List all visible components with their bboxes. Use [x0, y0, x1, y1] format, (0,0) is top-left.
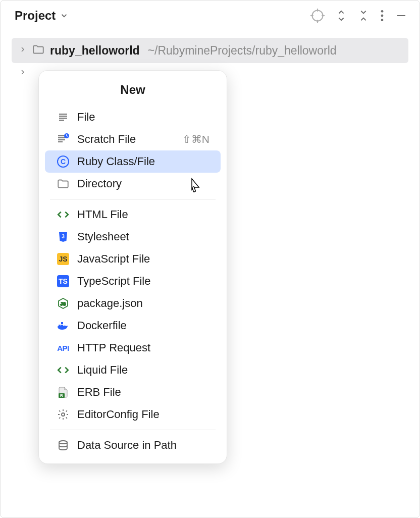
- menu-item-label: Liquid File: [77, 364, 209, 377]
- menu-item-label: Scratch File: [77, 133, 175, 146]
- menu-item-dockerfile[interactable]: Dockerfile: [45, 315, 221, 337]
- chevron-right-icon: [19, 68, 27, 78]
- menu-item-html[interactable]: HTML File: [45, 203, 221, 226]
- menu-separator: [50, 199, 216, 199]
- header-actions: [310, 9, 407, 23]
- nodejs-icon: JS: [56, 296, 70, 310]
- css-icon: 3: [56, 230, 70, 244]
- svg-text:3: 3: [62, 234, 65, 239]
- menu-item-typescript[interactable]: TS TypeScript File: [45, 270, 221, 292]
- svg-point-6: [381, 15, 384, 17]
- menu-item-label: EditorConfig File: [77, 408, 209, 421]
- svg-rect-25: [61, 322, 63, 324]
- menu-separator: [50, 430, 216, 430]
- menu-item-stylesheet[interactable]: 3 Stylesheet: [45, 226, 221, 248]
- menu-item-label: package.json: [77, 297, 209, 310]
- docker-icon: [56, 319, 70, 333]
- menu-item-directory[interactable]: Directory: [45, 173, 221, 195]
- svg-point-28: [62, 413, 65, 416]
- menu-item-file[interactable]: File: [45, 106, 221, 128]
- menu-item-label: TypeScript File: [77, 275, 209, 288]
- menu-item-shortcut: ⇧⌘N: [182, 133, 209, 145]
- typescript-icon: TS: [56, 274, 70, 288]
- menu-item-editorconfig[interactable]: EditorConfig File: [45, 403, 221, 426]
- svg-point-0: [312, 11, 323, 21]
- menu-item-label: Data Source in Path: [77, 439, 209, 452]
- menu-item-label: Dockerfile: [77, 319, 209, 332]
- liquid-icon: [56, 363, 70, 377]
- javascript-icon: JS: [56, 252, 70, 266]
- menu-item-scratch-file[interactable]: Scratch File ⇧⌘N: [45, 128, 221, 150]
- menu-item-label: Stylesheet: [77, 230, 209, 243]
- svg-text:R: R: [60, 393, 63, 398]
- collapse-all-icon[interactable]: [358, 9, 369, 22]
- menu-item-ruby-class[interactable]: C Ruby Class/File: [45, 150, 221, 173]
- menu-item-label: File: [77, 111, 209, 124]
- project-tool-title[interactable]: Project: [15, 9, 56, 23]
- target-icon[interactable]: [310, 9, 325, 23]
- header-left: Project: [15, 9, 69, 23]
- erb-icon: R: [56, 385, 70, 399]
- project-path: ~/RubymineProjects/ruby_helloworld: [148, 44, 337, 58]
- project-name: ruby_helloworld: [50, 44, 140, 58]
- menu-item-javascript[interactable]: JS JavaScript File: [45, 248, 221, 270]
- minimize-icon[interactable]: [395, 10, 407, 22]
- menu-item-label: Ruby Class/File: [77, 155, 209, 168]
- database-icon: [56, 438, 70, 452]
- expand-collapse-icon[interactable]: [336, 9, 347, 22]
- popup-title: New: [39, 71, 227, 106]
- file-lines-icon: [56, 110, 70, 124]
- project-root-row[interactable]: ruby_helloworld ~/RubymineProjects/ruby_…: [12, 38, 408, 63]
- chevron-right-icon: [19, 45, 27, 56]
- tool-window-header: Project: [1, 1, 419, 32]
- menu-item-liquid[interactable]: Liquid File: [45, 359, 221, 381]
- menu-item-http-request[interactable]: API HTTP Request: [45, 337, 221, 359]
- menu-item-label: Directory: [77, 177, 209, 190]
- svg-point-5: [381, 10, 384, 13]
- scratch-file-icon: [56, 132, 70, 146]
- chevron-down-icon[interactable]: [60, 11, 69, 20]
- svg-point-29: [59, 441, 67, 444]
- menu-item-erb[interactable]: R ERB File: [45, 381, 221, 403]
- api-icon: API: [56, 341, 70, 355]
- folder-icon: [32, 43, 45, 58]
- folder-icon: [56, 177, 70, 191]
- menu-item-label: JavaScript File: [77, 252, 209, 266]
- svg-text:JS: JS: [60, 301, 66, 306]
- menu-item-data-source[interactable]: Data Source in Path: [45, 434, 221, 456]
- html-icon: [56, 208, 70, 222]
- menu-item-package-json[interactable]: JS package.json: [45, 292, 221, 315]
- new-file-popup: New File Scratch File ⇧⌘N C Ruby Class/F…: [38, 70, 227, 464]
- ruby-class-icon: C: [56, 154, 70, 169]
- menu-item-label: ERB File: [77, 386, 209, 399]
- menu-item-label: HTTP Request: [77, 341, 209, 354]
- svg-point-7: [381, 19, 384, 21]
- gear-icon: [56, 407, 70, 422]
- menu-item-label: HTML File: [77, 208, 209, 221]
- svg-text:C: C: [61, 158, 66, 166]
- more-icon[interactable]: [380, 9, 384, 22]
